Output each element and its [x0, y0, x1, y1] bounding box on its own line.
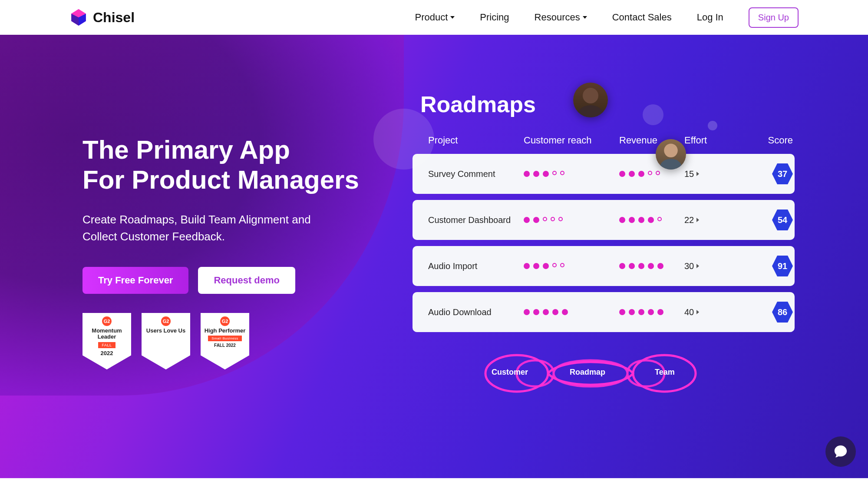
badge-high-performer: G2 High Performer Small Business FALL 20… [201, 313, 249, 369]
table-header-row: Project Customer reach Revenue Effort Sc… [413, 135, 795, 154]
avatar [573, 83, 608, 117]
table-row[interactable]: Survey Comment1537 [413, 154, 795, 194]
chevron-right-icon [696, 172, 699, 176]
nav-login[interactable]: Log In [697, 12, 723, 23]
rating-dot [638, 309, 644, 315]
rating-dot [560, 263, 564, 267]
nav-pricing[interactable]: Pricing [480, 12, 509, 23]
nav-login-label: Log In [697, 12, 723, 23]
infinity-label-team: Team [655, 368, 675, 377]
rating-dot [657, 217, 662, 221]
rating-dot [648, 263, 654, 269]
cell-effort: 40 [684, 307, 741, 317]
site-header: Chisel Product Pricing Resources Contact… [0, 0, 868, 35]
rating-dot [560, 171, 564, 175]
effort-value: 40 [684, 307, 694, 317]
col-header-project: Project [428, 135, 524, 146]
rating-dot [562, 309, 568, 315]
logo[interactable]: Chisel [69, 8, 135, 27]
logo-text: Chisel [93, 10, 135, 26]
rating-dot [524, 263, 530, 269]
infinity-diagram: Customer Roadmap Team [482, 349, 699, 397]
avatar [656, 139, 686, 170]
rating-dot [648, 171, 652, 175]
rating-dot [543, 309, 549, 315]
badge-title: Users Love Us [144, 328, 188, 334]
signup-button[interactable]: Sign Up [749, 7, 799, 28]
cell-effort: 15 [684, 169, 741, 179]
rating-dot [524, 171, 530, 177]
col-header-effort: Effort [684, 135, 741, 146]
cell-project: Customer Dashboard [428, 215, 524, 225]
table-row[interactable]: Audio Import3091 [413, 246, 795, 286]
cell-revenue [619, 171, 684, 177]
hero-left: The Primary App For Product Managers Cre… [83, 74, 386, 397]
nav-product-label: Product [415, 12, 448, 23]
badge-title: High Performer [202, 328, 248, 334]
cell-effort: 30 [684, 261, 741, 271]
table-row[interactable]: Audio Download4086 [413, 292, 795, 332]
rating-dot [657, 309, 663, 315]
cell-project: Survey Comment [428, 169, 524, 179]
score-badge: 37 [772, 163, 793, 184]
rating-dot [533, 217, 539, 223]
cell-revenue [619, 217, 684, 223]
cell-customer-reach [524, 171, 619, 177]
nav-contact-label: Contact Sales [612, 12, 672, 23]
chevron-down-icon [450, 16, 455, 19]
nav-resources[interactable]: Resources [535, 12, 587, 23]
hero-title-line2: For Product Managers [83, 165, 359, 194]
rating-dot [629, 171, 635, 177]
roadmaps-title: Roadmaps [420, 91, 825, 117]
rating-dot [619, 263, 625, 269]
col-header-reach: Customer reach [524, 135, 619, 146]
g2-icon: G2 [161, 316, 171, 326]
cell-project: Audio Import [428, 261, 524, 271]
rating-dot [543, 171, 549, 177]
cell-customer-reach [524, 309, 619, 315]
score-badge: 91 [772, 256, 793, 276]
g2-badges: G2 Momentum Leader FALL 2022 G2 Users Lo… [83, 313, 386, 369]
rating-dot [619, 309, 625, 315]
rating-dot [657, 263, 663, 269]
nav-contact-sales[interactable]: Contact Sales [612, 12, 672, 23]
try-free-button[interactable]: Try Free Forever [83, 267, 188, 294]
rating-dot [552, 171, 557, 175]
rating-dot [656, 171, 660, 175]
rating-dot [533, 309, 539, 315]
rating-dot [638, 217, 644, 223]
cell-project: Audio Download [428, 307, 524, 317]
effort-value: 30 [684, 261, 694, 271]
col-header-score: Score [741, 135, 793, 146]
effort-value: 15 [684, 169, 694, 179]
chevron-right-icon [696, 310, 699, 314]
hero-section: The Primary App For Product Managers Cre… [0, 35, 868, 478]
effort-value: 22 [684, 215, 694, 225]
nav-product[interactable]: Product [415, 12, 455, 23]
score-badge: 54 [772, 210, 793, 230]
rating-dot [533, 263, 539, 269]
chevron-right-icon [696, 264, 699, 268]
roadmaps-table: Project Customer reach Revenue Effort Sc… [413, 135, 795, 332]
score-badge: 86 [772, 302, 793, 323]
cell-customer-reach [524, 217, 619, 223]
table-row[interactable]: Customer Dashboard2254 [413, 200, 795, 240]
decorative-circle [643, 104, 663, 125]
rating-dot [619, 171, 625, 177]
badge-title: Momentum Leader [83, 328, 131, 340]
cell-customer-reach [524, 263, 619, 269]
rating-dot [629, 309, 635, 315]
chevron-right-icon [696, 218, 699, 222]
rating-dot [648, 217, 654, 223]
rating-dot [524, 217, 530, 223]
rating-dot [648, 309, 654, 315]
request-demo-button[interactable]: Request demo [198, 267, 295, 294]
chat-widget-button[interactable] [825, 436, 856, 467]
svg-point-4 [583, 88, 598, 103]
rating-dot [629, 217, 635, 223]
hero-title: The Primary App For Product Managers [83, 135, 386, 195]
svg-point-6 [664, 144, 678, 158]
rating-dot [638, 263, 644, 269]
badge-ribbon: FALL [98, 342, 115, 348]
cta-row: Try Free Forever Request demo [83, 267, 386, 294]
